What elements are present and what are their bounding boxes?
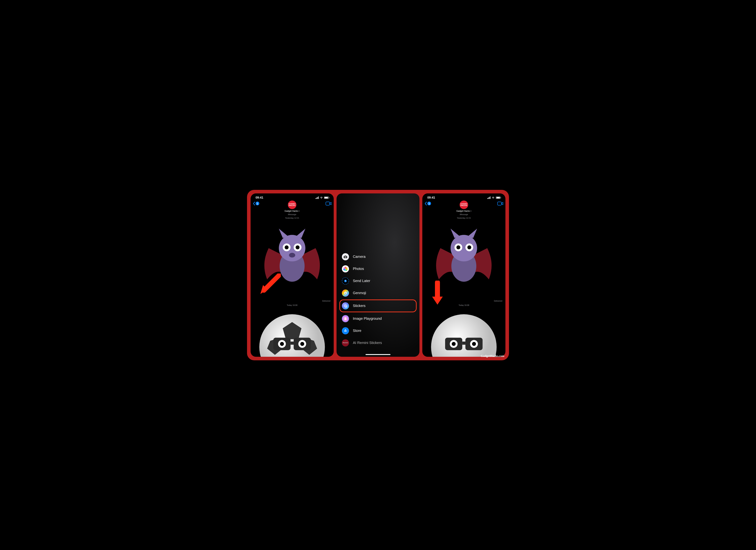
wifi-icon [492, 196, 495, 199]
svg-rect-52 [462, 342, 466, 345]
soccer-nerd-icon [425, 308, 503, 357]
thread-type: iMessage [425, 213, 503, 215]
menu-label: Camera [353, 255, 366, 259]
timestamp-2: Today 16:08 [253, 304, 331, 306]
back-button[interactable]: 1 [253, 202, 259, 206]
menu-label: AI Remini Stickers [353, 341, 382, 345]
sent-sticker-ball[interactable] [253, 308, 331, 357]
menu-photos[interactable]: Photos [340, 263, 416, 275]
menu-camera[interactable]: Camera [340, 251, 416, 263]
menu-image-playground[interactable]: Image Playground [340, 313, 416, 325]
soccer-nerd-icon [253, 308, 331, 357]
image-playground-icon [342, 315, 349, 322]
menu-genmoji[interactable]: Genmoji [340, 287, 416, 299]
menu-label: Photos [353, 267, 364, 271]
svg-point-6 [296, 245, 300, 249]
remini-icon: Remini [342, 339, 349, 346]
status-right [487, 196, 500, 199]
battery-icon [496, 196, 500, 199]
delivered-label: Delivered [253, 300, 330, 302]
svg-point-29 [345, 257, 346, 257]
status-bar: 09:41 [422, 193, 505, 201]
phone-panel-1: 09:41 1 GADGETHACKS Gadget Hacks [251, 193, 334, 357]
phone-panel-3: 09:41 1 GADGETHACKS Gadget Hacks [422, 193, 505, 357]
stickers-icon [342, 302, 349, 309]
signal-icon [487, 196, 490, 199]
camera-icon [342, 253, 349, 260]
plus-menu: Camera Photos [337, 251, 420, 357]
thread-type: iMessage [253, 213, 331, 215]
back-button[interactable]: 1 [424, 202, 431, 206]
phone-panel-2: Camera Photos [337, 193, 420, 357]
signal-icon [316, 196, 319, 199]
back-badge: 1 [427, 202, 431, 205]
chat-header: 1 GADGETHACKS Gadget Hacks [251, 201, 334, 206]
clock-dashed-icon [342, 277, 349, 285]
appstore-icon [342, 327, 349, 334]
menu-label: Stickers [353, 304, 366, 308]
status-time: 09:41 [256, 196, 263, 199]
svg-point-39 [345, 292, 345, 293]
menu-store[interactable]: Store [340, 325, 416, 337]
photos-icon [342, 265, 349, 272]
svg-point-18 [300, 342, 304, 346]
status-right [316, 196, 329, 199]
menu-label: Send Later [353, 279, 370, 283]
svg-rect-0 [326, 202, 330, 205]
timestamp-1: Yesterday 12:21 [253, 217, 331, 219]
facetime-button[interactable] [325, 202, 332, 206]
menu-stickers[interactable]: Stickers [339, 299, 417, 312]
genmoji-icon [342, 290, 349, 297]
menu-label: Store [353, 329, 361, 333]
menu-remini[interactable]: Remini AI Remini Stickers [340, 337, 416, 349]
svg-point-55 [452, 342, 456, 346]
chat-header: 1 GADGETHACKS Gadget Hacks [422, 201, 505, 206]
tutorial-panels: 09:41 1 GADGETHACKS Gadget Hacks [247, 190, 509, 360]
svg-point-41 [345, 317, 346, 319]
svg-point-17 [280, 342, 284, 346]
menu-send-later[interactable]: Send Later [340, 275, 416, 287]
svg-point-49 [431, 314, 497, 357]
status-time: 09:41 [427, 196, 435, 199]
menu-label: Image Playground [353, 317, 382, 321]
svg-point-56 [472, 342, 476, 346]
facetime-button[interactable] [497, 202, 503, 206]
menu-label: Genmoji [353, 291, 366, 295]
battery-icon [324, 196, 329, 199]
home-indicator[interactable] [366, 354, 390, 355]
arrow-annotation-icon [258, 273, 281, 295]
svg-point-7 [289, 253, 295, 257]
watermark: GadgetHacks.com [481, 354, 504, 358]
svg-rect-14 [291, 342, 294, 345]
back-badge: 1 [256, 202, 259, 205]
svg-rect-42 [498, 202, 502, 205]
svg-point-47 [456, 245, 460, 249]
svg-point-40 [346, 292, 346, 293]
timestamp-1: Yesterday 12:21 [425, 217, 503, 219]
svg-point-44 [451, 235, 477, 261]
arrow-annotation-icon [429, 281, 445, 306]
wifi-icon [320, 196, 323, 199]
status-bar: 09:41 [251, 193, 334, 201]
svg-point-48 [467, 245, 471, 249]
svg-point-5 [285, 245, 289, 249]
sent-sticker-ball[interactable] [425, 308, 503, 357]
